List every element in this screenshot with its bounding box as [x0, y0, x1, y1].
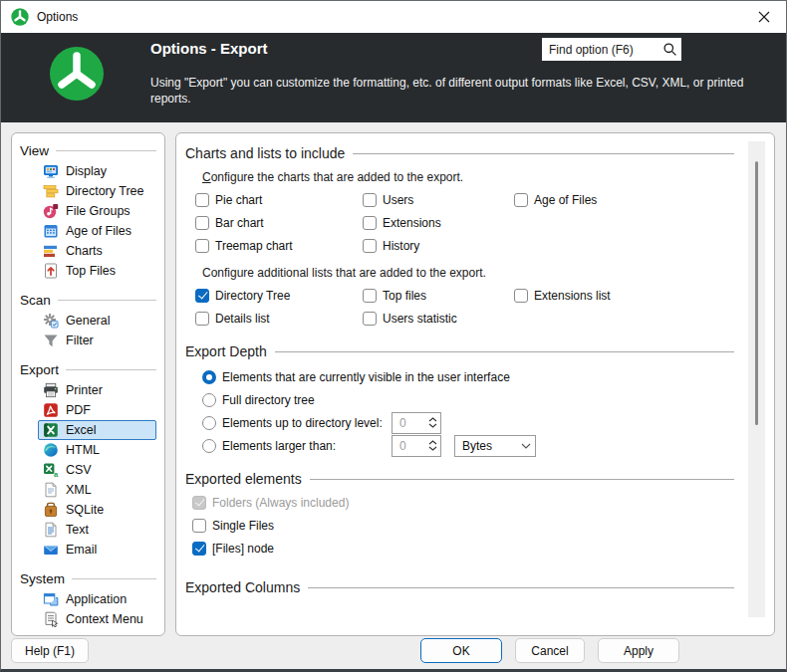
sidebar-group-export: Export [12, 358, 164, 380]
checkbox-option[interactable]: Details list [195, 307, 363, 330]
checkbox-option[interactable]: [Files] node [192, 537, 734, 560]
checkbox[interactable] [363, 193, 377, 207]
checkbox[interactable] [195, 216, 209, 230]
directory-level-spinner[interactable]: 0 [392, 412, 441, 434]
options-window: Options Options - Export Using "Export" … [0, 0, 787, 672]
checkbox[interactable] [514, 289, 528, 303]
checkbox[interactable] [195, 193, 209, 207]
spinner-down-icon[interactable] [428, 446, 437, 451]
checkbox-option[interactable]: Extensions list [514, 284, 734, 307]
list-checkbox-grid: Directory TreeDetails list Top filesUser… [195, 284, 734, 330]
sidebar-item[interactable]: PDF [38, 400, 156, 420]
sidebar-item[interactable]: aCSV [38, 460, 156, 480]
search-box [542, 38, 681, 61]
sidebar-item-label: XML [66, 483, 92, 497]
sidebar-item[interactable]: File Groups [38, 201, 156, 221]
sidebar-item[interactable]: Display [38, 161, 156, 181]
sidebar-item-label: Directory Tree [66, 184, 144, 198]
spinner-up-icon[interactable] [428, 440, 437, 445]
radio-elements-larger-than[interactable]: Elements larger than: 0 Bytes [202, 434, 734, 457]
page-description: Using "Export" you can customize the for… [150, 75, 756, 107]
sidebar-item-label: HTML [66, 443, 100, 457]
sidebar-item[interactable]: Printer [38, 380, 156, 400]
radio-full-directory-tree[interactable]: Full directory tree [202, 388, 734, 411]
sidebar-item[interactable]: SQLite [38, 500, 156, 520]
sidebar-item[interactable]: Excel [38, 420, 156, 440]
checkbox-option[interactable]: Extensions [363, 211, 514, 234]
checkbox-option[interactable]: Users statistic [363, 307, 514, 330]
section-title: Exported Columns [185, 579, 300, 595]
apply-button[interactable]: Apply [598, 638, 679, 663]
sidebar-item[interactable]: Email [38, 540, 156, 560]
sidebar-item[interactable]: HTML [38, 440, 156, 460]
checkbox-option[interactable]: Treemap chart [195, 234, 363, 257]
spinner-up-icon[interactable] [428, 417, 437, 422]
size-unit-dropdown[interactable]: Bytes [454, 435, 536, 457]
checkbox-option[interactable]: Folders (Always included) [192, 491, 734, 514]
scrollbar-thumb[interactable] [755, 161, 758, 425]
top-files-icon [43, 263, 59, 279]
sidebar-item[interactable]: Application [38, 589, 156, 609]
ok-button[interactable]: OK [420, 638, 502, 663]
checkbox-option[interactable]: Top files [363, 284, 514, 307]
checkbox[interactable] [195, 239, 209, 253]
spinner-down-icon[interactable] [428, 423, 437, 428]
sidebar-item[interactable]: General [38, 311, 156, 331]
checkbox[interactable] [195, 312, 209, 326]
checkbox[interactable] [192, 542, 206, 556]
sidebar-group-label: System [20, 571, 65, 586]
window-title: Options [37, 10, 78, 24]
checkbox[interactable] [363, 312, 377, 326]
close-button[interactable] [741, 1, 786, 33]
app-logo-icon [11, 8, 29, 26]
display-icon [43, 163, 59, 179]
sidebar-item-label: Excel [66, 423, 97, 437]
checkbox[interactable] [363, 289, 377, 303]
checkbox[interactable] [514, 193, 528, 207]
excel-icon [43, 422, 59, 438]
radio-elements-up-to-level[interactable]: Elements up to directory level: 0 [202, 411, 734, 434]
help-button[interactable]: Help (F1) [11, 638, 89, 663]
divider [66, 369, 156, 370]
radio-button[interactable] [202, 393, 216, 407]
csv-icon: a [43, 462, 59, 478]
svg-text:a: a [54, 470, 59, 478]
checkbox-option[interactable]: Age of Files [514, 188, 734, 211]
sidebar-group-system-items: ApplicationContext Menu [12, 589, 164, 629]
radio-button[interactable] [202, 439, 216, 453]
radio-button[interactable] [202, 416, 216, 430]
sidebar-group-label: View [20, 143, 49, 158]
text-icon [43, 522, 59, 538]
sidebar-item[interactable]: Filter [38, 331, 156, 350]
checkbox-option[interactable]: Bar chart [195, 211, 363, 234]
sidebar-item-label: Charts [66, 244, 103, 258]
checkbox[interactable] [363, 239, 377, 253]
checkbox[interactable] [195, 289, 209, 303]
sidebar-item-label: Email [66, 543, 97, 557]
checkbox[interactable] [192, 519, 206, 533]
checkbox-option[interactable]: Directory Tree [195, 284, 363, 307]
size-spinner[interactable]: 0 [392, 435, 441, 457]
checkbox-option[interactable]: History [363, 234, 514, 257]
sidebar-item[interactable]: Text [38, 520, 156, 540]
checkbox-option[interactable]: Pie chart [195, 188, 363, 211]
sidebar-item[interactable]: Charts [38, 241, 156, 261]
checkbox-option[interactable]: Users [363, 188, 514, 211]
scrollbar-track[interactable] [748, 141, 765, 617]
radio-button[interactable] [202, 370, 216, 384]
sidebar-item[interactable]: XML [38, 480, 156, 500]
sidebar-item-label: Context Menu [66, 612, 143, 626]
chart-checkbox-grid: Pie chartBar chartTreemap chart UsersExt… [195, 188, 734, 257]
context-menu-icon [43, 611, 59, 627]
sidebar-item[interactable]: Context Menu [38, 609, 156, 629]
radio-visible-elements[interactable]: Elements that are currently visible in t… [202, 365, 734, 388]
sidebar-item[interactable]: Directory Tree [38, 181, 156, 201]
checkbox[interactable] [363, 216, 377, 230]
sidebar-item[interactable]: Age of Files [38, 221, 156, 241]
divider [58, 300, 156, 301]
sidebar-item[interactable]: Top Files [38, 261, 156, 281]
checkbox-option[interactable]: Single Files [192, 514, 734, 537]
cancel-button[interactable]: Cancel [515, 638, 585, 663]
find-option-input[interactable] [549, 43, 662, 57]
checkbox[interactable] [192, 496, 206, 510]
